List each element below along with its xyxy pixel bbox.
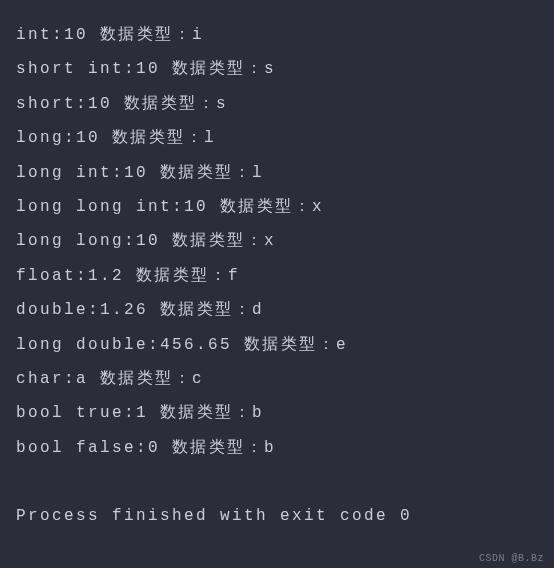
type-value: 1.2 (88, 267, 124, 285)
type-value: a (76, 370, 88, 388)
output-line: long long:10 数据类型：x (16, 224, 538, 258)
type-value: 10 (88, 95, 112, 113)
type-value: 10 (136, 232, 160, 250)
type-code: d (252, 301, 264, 319)
type-code: f (228, 267, 240, 285)
type-prefix: long double: (16, 336, 160, 354)
type-code: b (252, 404, 264, 422)
type-code: s (216, 95, 228, 113)
type-label: 数据类型： (160, 404, 252, 422)
type-code: i (192, 26, 204, 44)
output-line: char:a 数据类型：c (16, 362, 538, 396)
type-value: 10 (76, 129, 100, 147)
type-value: 10 (136, 60, 160, 78)
type-code: x (264, 232, 276, 250)
type-code: l (252, 164, 264, 182)
type-prefix: long long: (16, 232, 136, 250)
watermark: CSDN @B.Bz (479, 553, 544, 564)
type-code: b (264, 439, 276, 457)
output-line: short int:10 数据类型：s (16, 52, 538, 86)
type-code: c (192, 370, 204, 388)
console-output: int:10 数据类型：i short int:10 数据类型：s short:… (16, 18, 538, 534)
type-value: 10 (124, 164, 148, 182)
type-value: 0 (148, 439, 160, 457)
type-label: 数据类型： (160, 164, 252, 182)
type-prefix: char: (16, 370, 76, 388)
output-line: double:1.26 数据类型：d (16, 293, 538, 327)
type-label: 数据类型： (124, 95, 216, 113)
type-prefix: bool false: (16, 439, 148, 457)
output-line: long double:456.65 数据类型：e (16, 328, 538, 362)
type-label: 数据类型： (172, 232, 264, 250)
output-line: long:10 数据类型：l (16, 121, 538, 155)
output-line: bool false:0 数据类型：b (16, 431, 538, 465)
type-label: 数据类型： (136, 267, 228, 285)
type-prefix: bool true: (16, 404, 136, 422)
type-prefix: double: (16, 301, 100, 319)
type-code: x (312, 198, 324, 216)
type-label: 数据类型： (100, 370, 192, 388)
type-label: 数据类型： (220, 198, 312, 216)
type-value: 456.65 (160, 336, 232, 354)
type-value: 1.26 (100, 301, 148, 319)
type-prefix: long: (16, 129, 76, 147)
type-label: 数据类型： (172, 60, 264, 78)
output-line: short:10 数据类型：s (16, 87, 538, 121)
type-label: 数据类型： (100, 26, 192, 44)
type-prefix: short: (16, 95, 88, 113)
output-line: bool true:1 数据类型：b (16, 396, 538, 430)
output-line: long int:10 数据类型：l (16, 156, 538, 190)
type-value: 10 (64, 26, 88, 44)
type-label: 数据类型： (112, 129, 204, 147)
type-label: 数据类型： (160, 301, 252, 319)
type-prefix: long int: (16, 164, 124, 182)
type-prefix: long long int: (16, 198, 184, 216)
output-line: int:10 数据类型：i (16, 18, 538, 52)
blank-line (16, 465, 538, 499)
type-value: 10 (184, 198, 208, 216)
type-code: l (204, 129, 216, 147)
type-value: 1 (136, 404, 148, 422)
type-prefix: int: (16, 26, 64, 44)
exit-message: Process finished with exit code 0 (16, 499, 538, 533)
type-label: 数据类型： (172, 439, 264, 457)
type-label: 数据类型： (244, 336, 336, 354)
type-code: e (336, 336, 348, 354)
output-line: float:1.2 数据类型：f (16, 259, 538, 293)
type-prefix: float: (16, 267, 88, 285)
output-line: long long int:10 数据类型：x (16, 190, 538, 224)
type-prefix: short int: (16, 60, 136, 78)
type-code: s (264, 60, 276, 78)
